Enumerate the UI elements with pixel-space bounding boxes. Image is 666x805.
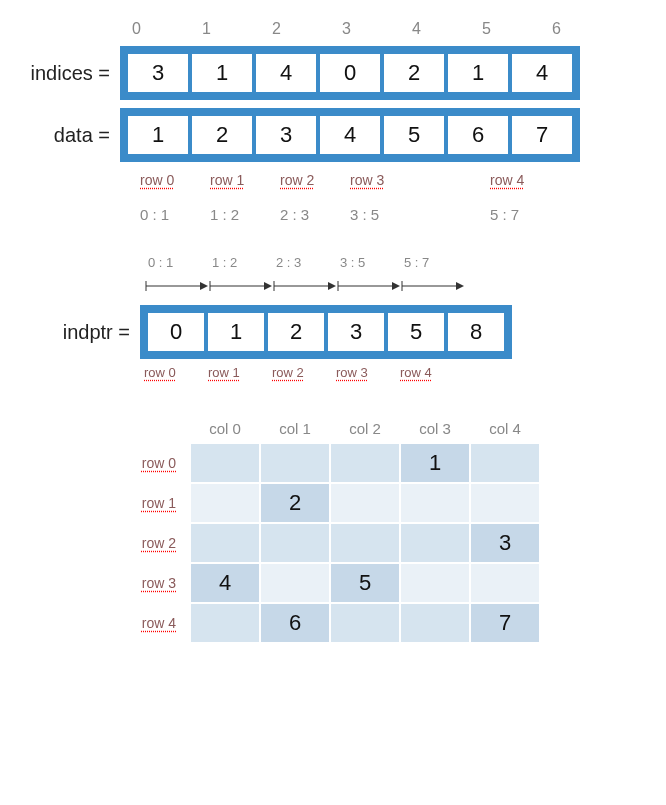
arrow-slice-label: 1 : 2	[212, 255, 237, 270]
arrow-segment: 5 : 7	[400, 273, 464, 299]
indptr-row-label: row 2	[272, 365, 336, 380]
indices-cell: 4	[256, 54, 316, 92]
svg-marker-5	[264, 282, 272, 290]
data-label: data =	[10, 124, 120, 147]
matrix-cell	[470, 443, 540, 483]
col-index: 4	[410, 20, 480, 38]
arrow-segment: 0 : 1	[144, 273, 208, 299]
arrow-segment: 2 : 3	[272, 273, 336, 299]
svg-marker-11	[392, 282, 400, 290]
svg-marker-8	[328, 282, 336, 290]
matrix-col-header: col 2	[330, 420, 400, 443]
indptr-array-row: indptr = 0 1 2 3 5 8	[10, 305, 656, 359]
indptr-cell: 1	[208, 313, 264, 351]
matrix-row: row 0 1	[110, 443, 656, 483]
indptr-cell: 3	[328, 313, 384, 351]
indices-array: 3 1 4 0 2 1 4	[120, 46, 580, 100]
csr-arrays-diagram: 0 1 2 3 4 5 6 indices = 3 1 4 0 2 1 4 da…	[10, 20, 656, 380]
indptr-row-label: row 3	[336, 365, 400, 380]
matrix-row-header: row 0	[110, 443, 190, 483]
data-cell: 5	[384, 116, 444, 154]
row-segment-label: row 3	[350, 172, 490, 188]
matrix-cell	[330, 523, 400, 563]
data-cell: 7	[512, 116, 572, 154]
indptr-cell: 0	[148, 313, 204, 351]
indptr-array: 0 1 2 3 5 8	[140, 305, 512, 359]
matrix-col-headers: col 0 col 1 col 2 col 3 col 4	[190, 420, 656, 443]
matrix-cell	[330, 443, 400, 483]
indices-cell: 3	[128, 54, 188, 92]
matrix-row: row 4 6 7	[110, 603, 656, 643]
matrix-cell	[260, 563, 330, 603]
indices-cell: 1	[448, 54, 508, 92]
matrix-cell	[330, 483, 400, 523]
slice-label: 1 : 2	[210, 206, 280, 223]
matrix-col-header: col 3	[400, 420, 470, 443]
matrix-cell	[330, 603, 400, 643]
matrix-cell: 5	[330, 563, 400, 603]
matrix-cell: 6	[260, 603, 330, 643]
matrix-row-header: row 4	[110, 603, 190, 643]
dense-matrix: col 0 col 1 col 2 col 3 col 4 row 0 1 ro…	[110, 420, 656, 643]
indptr-arrows: 0 : 1 1 : 2 2 : 3 3 : 5 5 : 7	[144, 273, 656, 299]
row-segment-label: row 1	[210, 172, 280, 188]
arrow-slice-label: 5 : 7	[404, 255, 429, 270]
col-index: 2	[270, 20, 340, 38]
matrix-cell: 4	[190, 563, 260, 603]
matrix-cell	[190, 483, 260, 523]
indptr-cell: 8	[448, 313, 504, 351]
slice-label: 5 : 7	[490, 206, 630, 223]
slice-label: 3 : 5	[350, 206, 490, 223]
data-array: 1 2 3 4 5 6 7	[120, 108, 580, 162]
matrix-cell	[400, 563, 470, 603]
row-segment-label: row 2	[280, 172, 350, 188]
arrow-icon	[400, 279, 464, 293]
matrix-cell	[260, 523, 330, 563]
indices-array-row: indices = 3 1 4 0 2 1 4	[10, 46, 656, 100]
data-cell: 4	[320, 116, 380, 154]
matrix-cell: 1	[400, 443, 470, 483]
arrow-slice-label: 3 : 5	[340, 255, 365, 270]
matrix-row-header: row 2	[110, 523, 190, 563]
row-segment-label: row 0	[140, 172, 210, 188]
matrix-cell	[400, 523, 470, 563]
matrix-cell: 7	[470, 603, 540, 643]
slice-label: 0 : 1	[140, 206, 210, 223]
arrow-segment: 3 : 5	[336, 273, 400, 299]
matrix-cell	[260, 443, 330, 483]
matrix-cell	[400, 483, 470, 523]
matrix-row: row 2 3	[110, 523, 656, 563]
indptr-cell: 5	[388, 313, 444, 351]
arrow-slice-label: 0 : 1	[148, 255, 173, 270]
matrix-col-header: col 0	[190, 420, 260, 443]
col-index: 1	[200, 20, 270, 38]
indices-cell: 0	[320, 54, 380, 92]
col-index: 6	[550, 20, 620, 38]
data-cell: 6	[448, 116, 508, 154]
matrix-cell	[190, 443, 260, 483]
matrix-cell: 3	[470, 523, 540, 563]
matrix-cell	[190, 603, 260, 643]
data-array-row: data = 1 2 3 4 5 6 7	[10, 108, 656, 162]
row-segment-label: row 4	[490, 172, 630, 188]
matrix-col-header: col 4	[470, 420, 540, 443]
matrix-row-header: row 3	[110, 563, 190, 603]
col-index: 5	[480, 20, 550, 38]
matrix-row-header: row 1	[110, 483, 190, 523]
data-cell: 3	[256, 116, 316, 154]
indices-cell: 1	[192, 54, 252, 92]
indices-cell: 4	[512, 54, 572, 92]
col-index: 0	[130, 20, 200, 38]
arrow-segment: 1 : 2	[208, 273, 272, 299]
arrow-icon	[272, 279, 336, 293]
arrow-icon	[144, 279, 208, 293]
matrix-cell	[470, 563, 540, 603]
matrix-cell	[470, 483, 540, 523]
matrix-row: row 3 4 5	[110, 563, 656, 603]
indptr-row-label: row 4	[400, 365, 464, 380]
data-cell: 2	[192, 116, 252, 154]
slice-labels: 0 : 1 1 : 2 2 : 3 3 : 5 5 : 7	[140, 206, 656, 223]
matrix-cell: 2	[260, 483, 330, 523]
indptr-row-label: row 1	[208, 365, 272, 380]
indices-cell: 2	[384, 54, 444, 92]
